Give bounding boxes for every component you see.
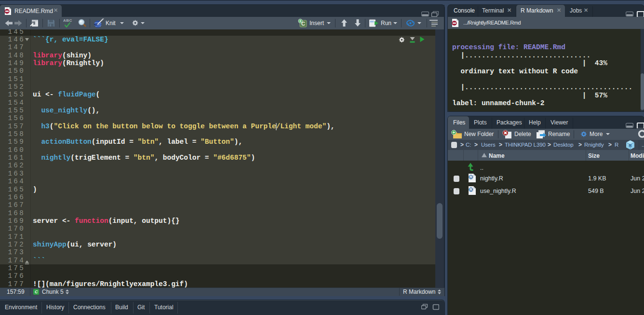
svg-text:R: R [470, 175, 472, 179]
svg-text:R: R [629, 143, 632, 148]
svg-text:R: R [470, 187, 472, 192]
